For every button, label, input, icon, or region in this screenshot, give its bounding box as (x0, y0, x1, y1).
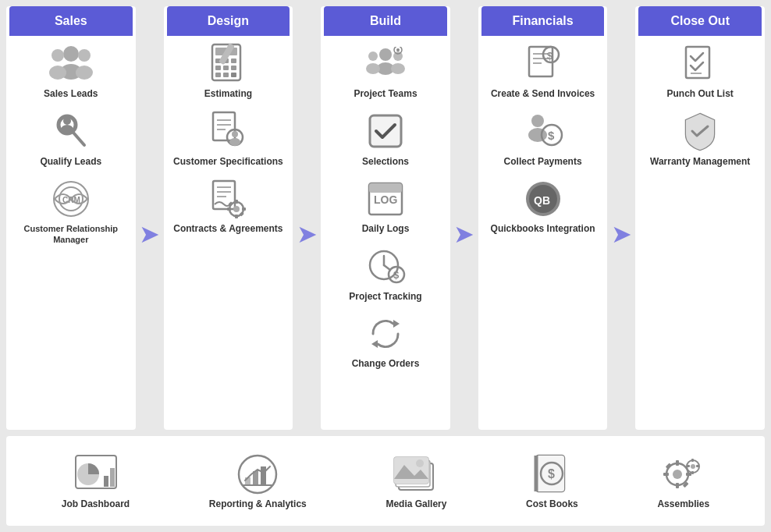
svg-point-7 (63, 117, 71, 125)
search-person-icon (48, 110, 94, 153)
job-dashboard-label: Job Dashboard (62, 498, 130, 509)
svg-point-50 (391, 63, 405, 74)
customer-specs-item[interactable]: Customer Specifications (173, 110, 283, 168)
financials-header: Financials (481, 6, 605, 36)
financials-items: $ Create & Send Invoices $ (481, 42, 605, 236)
contracts-label: Contracts & Agreements (173, 223, 282, 236)
quickbooks-item[interactable]: QB Quickbooks Integration (491, 177, 595, 236)
selections-label: Selections (362, 156, 409, 168)
daily-logs-item[interactable]: LOG Daily Logs (362, 177, 410, 236)
svg-point-32 (229, 138, 240, 146)
payments-icon: $ (520, 110, 567, 153)
svg-rect-23 (223, 73, 229, 77)
closeout-header: Close Out (638, 6, 762, 36)
media-icon (393, 452, 439, 495)
svg-rect-105 (686, 473, 691, 476)
svg-rect-40 (235, 215, 238, 218)
cost-books-icon: $ (528, 452, 575, 495)
design-header: Design (167, 6, 290, 36)
svg-rect-92 (394, 457, 428, 484)
closeout-items: Punch Out List Warranty Management (638, 42, 762, 168)
svg-rect-18 (231, 59, 236, 63)
svg-point-48 (366, 63, 380, 74)
daily-logs-icon: LOG (362, 177, 409, 220)
bottom-section: Job Dashboard Reporting & Analytics (6, 436, 765, 526)
payments-label: Collect Payments (504, 156, 582, 168)
svg-rect-112 (687, 465, 690, 467)
reporting-item[interactable]: Reporting & Analytics (209, 452, 307, 509)
cost-books-label: Cost Books (526, 498, 578, 509)
project-teams-label: Project Teams (354, 88, 417, 101)
crm-icon: CRM (48, 177, 94, 220)
sales-leads-item[interactable]: Sales Leads (44, 42, 98, 101)
svg-rect-26 (213, 112, 235, 140)
svg-point-5 (76, 66, 93, 80)
invoices-label: Create & Send Invoices (491, 88, 595, 101)
contracts-item[interactable]: Contracts & Agreements (173, 177, 282, 236)
warranty-icon (677, 110, 723, 153)
column-sales: Sales Sales Leads (6, 6, 136, 430)
reporting-label: Reporting & Analytics (209, 498, 307, 509)
qualify-leads-label: Qualify Leads (40, 156, 101, 168)
right-arrow-icon-1: ➤ (139, 222, 160, 246)
svg-text:LOG: LOG (374, 193, 397, 206)
svg-point-0 (63, 46, 79, 62)
selections-item[interactable]: Selections (362, 110, 409, 168)
teams-icon (362, 42, 409, 85)
invoices-item[interactable]: $ Create & Send Invoices (491, 42, 595, 101)
arrow-2: ➤ (293, 6, 321, 430)
build-header: Build (324, 6, 447, 36)
punch-out-icon (677, 42, 723, 85)
assemblies-item[interactable]: Assemblies (657, 452, 709, 509)
svg-point-45 (379, 48, 392, 61)
sales-leads-label: Sales Leads (44, 88, 98, 101)
media-gallery-item[interactable]: Media Gallery (386, 452, 446, 509)
estimating-item[interactable]: Estimating (204, 42, 252, 101)
svg-text:$: $ (393, 269, 400, 281)
svg-rect-110 (691, 459, 694, 462)
crm-item[interactable]: CRM Customer Relationship Manager (9, 177, 133, 246)
project-tracking-icon: $ (362, 245, 409, 288)
cost-books-item[interactable]: $ Cost Books (526, 452, 578, 509)
job-dashboard-item[interactable]: Job Dashboard (62, 452, 130, 509)
change-orders-label: Change Orders (352, 358, 420, 371)
warranty-item[interactable]: Warranty Management (650, 110, 750, 168)
daily-logs-label: Daily Logs (362, 223, 410, 236)
svg-rect-106 (666, 463, 672, 469)
svg-line-60 (384, 265, 390, 270)
sales-header: Sales (9, 6, 133, 36)
punch-out-label: Punch Out List (667, 88, 734, 101)
svg-point-72 (528, 128, 547, 142)
customer-spec-icon (204, 110, 251, 153)
contracts-icon (204, 177, 251, 220)
project-tracking-label: Project Tracking (349, 291, 421, 303)
invoice-icon: $ (520, 42, 567, 85)
punch-out-item[interactable]: Punch Out List (667, 42, 734, 101)
assemblies-icon (660, 452, 707, 495)
svg-rect-83 (110, 468, 115, 487)
qualify-leads-item[interactable]: Qualify Leads (40, 110, 101, 168)
svg-rect-113 (696, 465, 699, 467)
sales-items: Sales Leads Qualify Leads (9, 42, 133, 246)
svg-rect-104 (663, 473, 669, 476)
arrow-3: ➤ (450, 6, 478, 430)
payments-item[interactable]: $ Collect Payments (504, 110, 582, 168)
svg-line-9 (73, 133, 84, 145)
right-arrow-icon-2: ➤ (297, 222, 318, 246)
calculator-icon (204, 42, 251, 85)
change-orders-item[interactable]: Change Orders (352, 312, 420, 371)
column-financials: Financials $ Create & Send Invoices (478, 6, 608, 430)
warranty-label: Warranty Management (650, 156, 750, 168)
svg-rect-21 (231, 66, 236, 70)
svg-text:$: $ (548, 467, 555, 481)
svg-text:$: $ (548, 129, 555, 142)
svg-rect-24 (231, 73, 236, 77)
top-section: Sales Sales Leads (6, 6, 765, 430)
column-design: Design (164, 6, 293, 430)
change-orders-icon (362, 312, 409, 355)
svg-rect-87 (261, 466, 266, 485)
project-tracking-item[interactable]: $ Project Tracking (349, 245, 421, 303)
svg-point-2 (52, 49, 64, 62)
people-icon (48, 42, 94, 85)
project-teams-item[interactable]: Project Teams (354, 42, 417, 101)
